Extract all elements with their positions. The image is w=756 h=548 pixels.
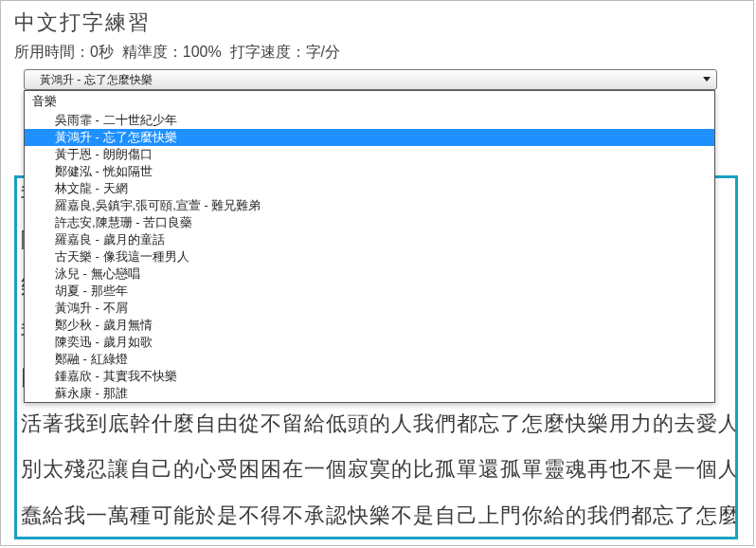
chevron-down-icon — [703, 77, 711, 82]
dropdown-item[interactable]: 鄭少秋 - 歲月無情 — [25, 317, 714, 334]
dropdown-item[interactable]: 泳兒 - 無心戀唱 — [25, 265, 714, 283]
time-value: 0秒 — [90, 44, 114, 60]
time-label: 所用時間： — [14, 44, 90, 60]
accuracy-value: 100% — [183, 44, 222, 60]
dropdown-item[interactable]: 黃鴻升 - 忘了怎麼快樂 — [25, 129, 714, 146]
dropdown-item[interactable]: 黃鴻升 - 不屑 — [25, 300, 714, 317]
dropdown-item[interactable]: 黃于恩 - 朗朗傷口 — [25, 146, 714, 163]
dropdown-item[interactable]: 吳雨霏 - 二十世紀少年 — [25, 112, 714, 129]
passage-line: 活著我到底幹什麼自由從不留給低頭的人我們都忘了怎麼快樂用力的去愛人讓自己完整就 — [21, 411, 731, 436]
dropdown-item[interactable]: 胡夏 - 那些年 — [25, 283, 714, 300]
speed-label: 打字速度： — [230, 44, 306, 60]
song-select[interactable]: 黃鴻升 - 忘了怎麼快樂 — [24, 69, 717, 90]
dropdown-item[interactable]: 陳奕迅 - 歲月如歌 — [25, 334, 714, 351]
dropdown-item[interactable]: 許志安,陳慧珊 - 苦口良藥 — [25, 214, 714, 231]
dropdown-item[interactable]: 鍾嘉欣 - 其實我不快樂 — [25, 368, 714, 385]
dropdown-group-label: 音樂 — [25, 91, 714, 112]
dropdown-item[interactable]: 羅嘉良,吳鎮宇,張可頤,宣萱 - 難兄難弟 — [25, 197, 714, 214]
dropdown-item[interactable]: 古天樂 - 像我這一種男人 — [25, 248, 714, 265]
dropdown-item[interactable]: 蘇永康 - 那誰 — [25, 385, 714, 402]
accuracy-label: 精準度： — [122, 44, 183, 60]
dropdown-item[interactable]: 羅嘉良 - 歲月的童話 — [25, 231, 714, 248]
passage-line: 蠢給我一萬種可能於是不得不承認快樂不是自己上門你給的我們都忘了怎麼快樂拼了命的 — [21, 503, 731, 528]
dropdown-item[interactable]: 李克勤,陳苑淇 - 合久必婚 — [25, 402, 714, 403]
dropdown-item[interactable]: 鄭融 - 紅綠燈 — [25, 351, 714, 368]
dropdown-item[interactable]: 鄭健泓 - 恍如隔世 — [25, 163, 714, 180]
stats-bar: 所用時間：0秒 精準度：100% 打字速度：字/分 — [1, 37, 753, 70]
speed-value: 字/分 — [306, 44, 340, 60]
dropdown-item[interactable]: 林文龍 - 天網 — [25, 180, 714, 197]
song-select-value: 黃鴻升 - 忘了怎麼快樂 — [40, 73, 153, 86]
page-title: 中文打字練習 — [1, 1, 753, 37]
passage-line: 別太殘忍讓自己的心受困困在一個寂寞的比孤單還孤單靈魂再也不是一個人揮霍生命太愚 — [21, 457, 731, 482]
song-dropdown[interactable]: 音樂 吳雨霏 - 二十世紀少年黃鴻升 - 忘了怎麼快樂黃于恩 - 朗朗傷口鄭健泓… — [24, 90, 715, 403]
